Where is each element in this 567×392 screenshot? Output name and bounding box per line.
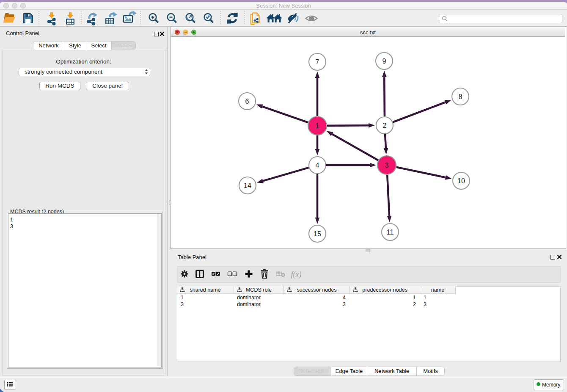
svg-text:6: 6 (245, 98, 249, 105)
svg-text:8: 8 (459, 93, 462, 100)
svg-text:11: 11 (387, 229, 394, 236)
svg-text:10: 10 (457, 177, 465, 185)
svg-text:2: 2 (383, 122, 387, 129)
svg-text:9: 9 (383, 58, 386, 65)
svg-text:3: 3 (385, 162, 389, 169)
svg-text:14: 14 (244, 182, 251, 189)
svg-text:15: 15 (314, 230, 321, 237)
svg-text:1: 1 (316, 122, 319, 130)
svg-text:4: 4 (316, 162, 319, 169)
svg-text:7: 7 (316, 58, 319, 66)
svg-text:f(x): f(x) (291, 270, 302, 279)
